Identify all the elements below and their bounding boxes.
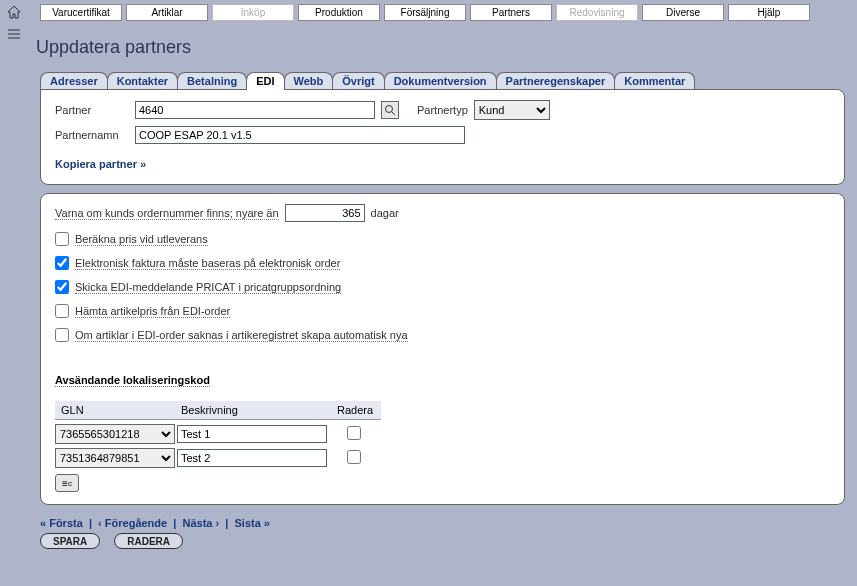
col-radera: Radera bbox=[331, 401, 381, 420]
edi-option-label-0: Beräkna pris vid utleverans bbox=[75, 233, 208, 246]
edi-option-row: Om artiklar i EDI-order saknas i artiker… bbox=[55, 328, 830, 342]
partner-panel: Partner Partnertyp Kund Partnernamn Kopi… bbox=[40, 89, 845, 185]
page-title: Uppdatera partners bbox=[36, 37, 849, 58]
gln-row: 7351364879851 bbox=[55, 448, 830, 468]
edi-option-row: Hämta artikelpris från EDI-order bbox=[55, 304, 830, 318]
top-menu: VarucertifikatArtiklarInköpProduktionFör… bbox=[28, 4, 849, 21]
edi-option-row: Beräkna pris vid utleverans bbox=[55, 232, 830, 246]
partnertype-label: Partnertyp bbox=[417, 104, 468, 116]
partnername-label: Partnernamn bbox=[55, 129, 129, 141]
edi-option-checkbox-0[interactable] bbox=[55, 232, 69, 246]
edi-option-label-1: Elektronisk faktura måste baseras på ele… bbox=[75, 257, 340, 270]
svg-line-4 bbox=[392, 112, 395, 115]
radera-checkbox-0[interactable] bbox=[347, 426, 361, 440]
menu-produktion[interactable]: Produktion bbox=[298, 4, 380, 21]
tab-kommentar[interactable]: Kommentar bbox=[614, 72, 695, 90]
tab-edi[interactable]: EDI bbox=[246, 72, 284, 90]
menu-diverse[interactable]: Diverse bbox=[642, 4, 724, 21]
edi-panel: Varna om kunds ordernummer finns; nyare … bbox=[40, 193, 845, 505]
edi-option-label-4: Om artiklar i EDI-order saknas i artiker… bbox=[75, 329, 408, 342]
tab-webb[interactable]: Webb bbox=[284, 72, 334, 90]
gln-header-row: GLN Beskrivning Radera bbox=[55, 401, 830, 420]
edi-option-label-3: Hämta artikelpris från EDI-order bbox=[75, 305, 230, 318]
menu-varucertifikat[interactable]: Varucertifikat bbox=[40, 4, 122, 21]
edi-option-checkbox-2[interactable] bbox=[55, 280, 69, 294]
edi-option-checkbox-3[interactable] bbox=[55, 304, 69, 318]
tab-adresser[interactable]: Adresser bbox=[40, 72, 108, 90]
warn-label-pre: Varna om kunds ordernummer finns; nyare … bbox=[55, 207, 279, 220]
pager-last[interactable]: Sista » bbox=[235, 517, 270, 529]
edi-option-checkbox-4[interactable] bbox=[55, 328, 69, 342]
subtab-row: AdresserKontakterBetalningEDIWebbÖvrigtD… bbox=[40, 72, 849, 90]
partnername-input[interactable] bbox=[135, 126, 465, 144]
besk-input-1[interactable] bbox=[177, 449, 327, 467]
partner-input[interactable] bbox=[135, 101, 375, 119]
menu-partners[interactable]: Partners bbox=[470, 4, 552, 21]
menu-inköp: Inköp bbox=[212, 4, 294, 21]
besk-input-0[interactable] bbox=[177, 425, 327, 443]
save-button[interactable]: SPARA bbox=[40, 533, 100, 549]
home-icon[interactable] bbox=[6, 4, 22, 22]
tab-kontakter[interactable]: Kontakter bbox=[107, 72, 178, 90]
edi-option-row: Skicka EDI-meddelande PRICAT i pricatgru… bbox=[55, 280, 830, 294]
add-row-button[interactable]: ≡c bbox=[55, 474, 79, 492]
edi-option-row: Elektronisk faktura måste baseras på ele… bbox=[55, 256, 830, 270]
col-besk: Beskrivning bbox=[175, 401, 331, 420]
copy-partner-link[interactable]: Kopiera partner » bbox=[55, 158, 830, 170]
menu-försäljning[interactable]: Försäljning bbox=[384, 4, 466, 21]
svg-point-3 bbox=[386, 106, 393, 113]
warn-label-post: dagar bbox=[371, 207, 399, 219]
tab-dokumentversion[interactable]: Dokumentversion bbox=[384, 72, 497, 90]
edi-option-checkbox-1[interactable] bbox=[55, 256, 69, 270]
edi-option-label-2: Skicka EDI-meddelande PRICAT i pricatgru… bbox=[75, 281, 341, 294]
menu-hjälp[interactable]: Hjälp bbox=[728, 4, 810, 21]
warn-days-input[interactable] bbox=[285, 204, 365, 222]
delete-button[interactable]: RADERA bbox=[114, 533, 183, 549]
radera-checkbox-1[interactable] bbox=[347, 450, 361, 464]
gln-select-0[interactable]: 7365565301218 bbox=[55, 424, 175, 444]
gln-row: 7365565301218 bbox=[55, 424, 830, 444]
gln-select-1[interactable]: 7351364879851 bbox=[55, 448, 175, 468]
tab-övrigt[interactable]: Övrigt bbox=[332, 72, 384, 90]
tab-partneregenskaper[interactable]: Partneregenskaper bbox=[496, 72, 616, 90]
pager-prev[interactable]: ‹ Föregående bbox=[98, 517, 167, 529]
menu-redovisning: Redovisning bbox=[556, 4, 638, 21]
pager: « Första | ‹ Föregående | Nästa › | Sist… bbox=[40, 517, 845, 529]
hamburger-icon[interactable] bbox=[7, 28, 21, 42]
partnertype-select[interactable]: Kund bbox=[474, 100, 550, 120]
pager-next[interactable]: Nästa › bbox=[183, 517, 220, 529]
partner-label: Partner bbox=[55, 104, 129, 116]
pager-first[interactable]: « Första bbox=[40, 517, 83, 529]
tab-betalning[interactable]: Betalning bbox=[177, 72, 247, 90]
avsandande-header: Avsändande lokaliseringskod bbox=[55, 374, 210, 387]
menu-artiklar[interactable]: Artiklar bbox=[126, 4, 208, 21]
col-gln: GLN bbox=[55, 401, 175, 420]
search-icon[interactable] bbox=[381, 101, 399, 119]
